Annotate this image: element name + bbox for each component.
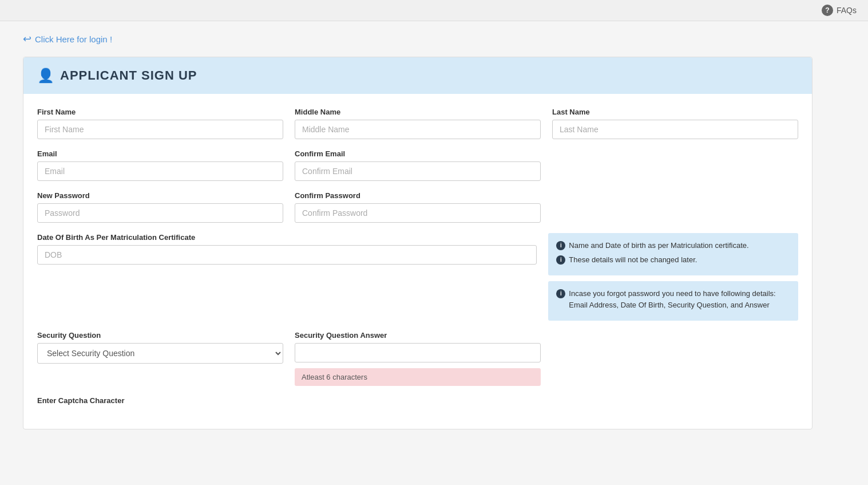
info-section: i Name and Date of birth as per Matricul…: [548, 233, 798, 321]
info-item-3: i Incase you forgot password you need to…: [556, 288, 790, 312]
confirm-password-group: Confirm Password: [295, 191, 541, 223]
confirm-email-input[interactable]: [295, 161, 541, 181]
security-answer-group: Security Question Answer Atleast 6 chara…: [295, 331, 541, 386]
name-row: First Name Middle Name Last Name: [37, 108, 798, 139]
security-question-group: Security Question Select Security Questi…: [37, 331, 283, 364]
new-password-group: New Password: [37, 191, 283, 223]
person-icon: 👤: [37, 68, 54, 84]
faq-icon: ?: [822, 5, 833, 16]
login-link[interactable]: Click Here for login !: [35, 34, 112, 44]
new-password-input[interactable]: [37, 203, 283, 223]
info-text-2: These details will not be changed later.: [569, 254, 697, 266]
signup-form-container: 👤 APPLICANT SIGN UP First Name Middle Na…: [23, 57, 812, 429]
confirm-password-input[interactable]: [295, 203, 541, 223]
first-name-input[interactable]: [37, 120, 283, 139]
content-area: ↩ Click Here for login ! 👤 APPLICANT SIG…: [0, 21, 868, 441]
form-body: First Name Middle Name Last Name Email: [23, 94, 812, 429]
form-title: APPLICANT SIGN UP: [60, 68, 197, 83]
dob-label: Date Of Birth As Per Matriculation Certi…: [37, 233, 537, 242]
info-item-1: i Name and Date of birth as per Matricul…: [556, 240, 790, 252]
faq-link[interactable]: FAQs: [837, 6, 857, 15]
info-box-1: i Name and Date of birth as per Matricul…: [548, 233, 798, 275]
top-bar: ? FAQs: [0, 0, 868, 21]
form-header: 👤 APPLICANT SIGN UP: [23, 57, 812, 94]
confirm-email-label: Confirm Email: [295, 149, 541, 158]
email-label: Email: [37, 149, 283, 158]
info-icon-3: i: [556, 289, 565, 298]
last-name-group: Last Name: [552, 108, 798, 139]
security-row: Security Question Select Security Questi…: [37, 331, 798, 386]
captcha-group: Enter Captcha Character: [37, 396, 124, 405]
confirm-password-label: Confirm Password: [295, 191, 541, 200]
email-input[interactable]: [37, 161, 283, 181]
new-password-label: New Password: [37, 191, 283, 200]
email-row: Email Confirm Email: [37, 149, 798, 181]
last-name-input[interactable]: [552, 120, 798, 139]
security-question-select[interactable]: Select Security Question: [37, 343, 283, 364]
back-icon: ↩: [23, 33, 31, 45]
middle-name-group: Middle Name: [295, 108, 541, 139]
dob-input[interactable]: [37, 245, 537, 265]
last-name-label: Last Name: [552, 108, 798, 116]
captcha-label: Enter Captcha Character: [37, 396, 124, 405]
login-link-bar: ↩ Click Here for login !: [23, 33, 845, 45]
middle-name-input[interactable]: [295, 120, 541, 139]
info-text-1: Name and Date of birth as per Matriculat…: [569, 240, 748, 252]
info-text-3: Incase you forgot password you need to h…: [569, 288, 790, 312]
info-icon-1: i: [556, 241, 565, 250]
first-name-label: First Name: [37, 108, 283, 116]
security-answer-input[interactable]: [295, 343, 541, 362]
info-icon-2: i: [556, 255, 565, 265]
dob-group: Date Of Birth As Per Matriculation Certi…: [37, 233, 537, 265]
email-group: Email: [37, 149, 283, 181]
middle-name-label: Middle Name: [295, 108, 541, 116]
info-item-2: i These details will not be changed late…: [556, 254, 790, 266]
first-name-group: First Name: [37, 108, 283, 139]
security-answer-label: Security Question Answer: [295, 331, 541, 340]
confirm-email-group: Confirm Email: [295, 149, 541, 181]
captcha-row: Enter Captcha Character: [37, 396, 798, 405]
password-row: New Password Confirm Password: [37, 191, 798, 223]
info-box-2: i Incase you forgot password you need to…: [548, 281, 798, 321]
validation-message: Atleast 6 characters: [295, 368, 541, 386]
security-question-label: Security Question: [37, 331, 283, 340]
dob-row: Date Of Birth As Per Matriculation Certi…: [37, 233, 798, 321]
